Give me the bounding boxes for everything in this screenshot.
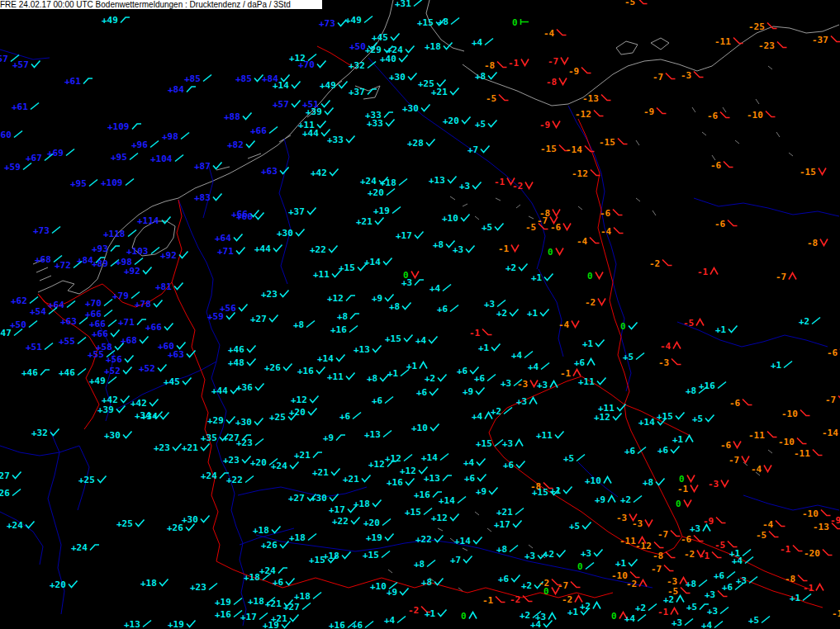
tendency-rise-icon	[306, 319, 316, 329]
tendency-rise-icon	[698, 579, 709, 588]
station-report: +18	[244, 573, 273, 583]
tendency-riseflat-icon	[278, 565, 288, 575]
tendency-check-icon	[437, 373, 448, 382]
tendency-check-icon	[341, 551, 352, 560]
pressure-tendency-value: +19	[373, 206, 390, 216]
pressure-tendency-value: +49	[102, 16, 118, 26]
pressure-tendency-value: +49	[345, 16, 362, 26]
tendency-check-icon	[475, 386, 486, 395]
pressure-tendency-value: -2	[684, 550, 695, 560]
tendency-check-icon	[68, 579, 78, 589]
station-report: +13	[429, 176, 458, 186]
pressure-tendency-value: +66	[250, 126, 267, 136]
station-report: +6	[624, 447, 648, 456]
tendency-check-icon	[279, 166, 290, 175]
tendency-check-icon	[414, 230, 425, 239]
station-report: -6	[710, 161, 733, 171]
station-report: +12	[594, 413, 623, 423]
station-report: -8	[546, 78, 569, 87]
pressure-tendency-value: -1	[780, 545, 790, 555]
tendency-caret-icon	[638, 579, 649, 588]
pressure-tendency-value: +5	[475, 120, 486, 130]
tendency-check-icon	[281, 620, 292, 629]
tendency-rise-icon	[66, 300, 77, 309]
station-report: +93	[92, 244, 121, 254]
pressure-tendency-value: +17	[240, 612, 257, 622]
station-report: +4	[530, 620, 553, 629]
station-report: +34	[141, 412, 170, 422]
pressure-tendency-value: +1	[527, 309, 538, 319]
station-report: 0	[461, 612, 479, 622]
pressure-tendency-value: +33	[327, 135, 344, 145]
station-report: +3	[502, 439, 525, 449]
station-report: +22	[415, 535, 444, 545]
station-report: -6	[550, 223, 573, 233]
tendency-vee-icon	[524, 181, 535, 190]
station-report: +10	[585, 476, 614, 486]
pressure-tendency-value: 0	[620, 322, 626, 332]
station-report: +46	[59, 368, 88, 378]
pressure-tendency-value: +30	[277, 229, 293, 239]
tendency-check-icon	[403, 333, 414, 343]
tendency-check-icon	[316, 366, 326, 375]
tendency-check-icon	[238, 303, 249, 312]
tendency-check-icon	[675, 411, 686, 420]
station-report: +66	[236, 212, 265, 222]
pressure-tendency-value: +96	[131, 140, 148, 150]
pressure-tendency-value: +3	[690, 524, 700, 534]
tendency-check-icon	[593, 548, 604, 557]
station-report: -4	[660, 342, 683, 352]
tendency-fall-icon	[797, 574, 808, 583]
station-report: +48	[228, 358, 257, 368]
station-report: +49	[89, 376, 118, 386]
tendency-rise-icon	[509, 544, 520, 553]
tendency-check-icon	[139, 335, 149, 344]
tendency-rise-icon	[540, 362, 551, 371]
tendency-check-icon	[372, 499, 382, 508]
tendency-rise-icon	[386, 187, 396, 196]
tendency-check-icon	[655, 477, 666, 486]
tendency-rise-icon	[714, 620, 724, 629]
station-report: -25	[748, 22, 777, 32]
pressure-tendency-value: +68	[35, 255, 51, 265]
pressure-tendency-value: -1	[494, 177, 505, 187]
station-report: +3	[537, 381, 560, 390]
station-report: +85	[235, 74, 264, 84]
pressure-tendency-value: +16	[414, 490, 430, 500]
tendency-check-icon	[254, 211, 265, 220]
station-report: +37	[349, 87, 377, 97]
tendency-check-icon	[225, 311, 236, 320]
station-report: +1	[425, 609, 448, 619]
pressure-tendency-value: -7	[558, 581, 568, 591]
title-bar: FRE 24.02.17 00:00 UTC Bodenwettermeldun…	[0, 0, 322, 9]
pressure-tendency-value: -4	[751, 465, 762, 475]
pressure-tendency-value: +87	[194, 162, 211, 172]
pressure-tendency-value: +29	[207, 416, 224, 426]
pressure-tendency-value: +3	[401, 278, 412, 288]
tendency-vee-icon	[644, 518, 655, 527]
tendency-fall-icon	[670, 529, 681, 538]
station-report: +32	[349, 61, 377, 71]
pressure-tendency-value: +15	[417, 18, 434, 28]
station-report: +3	[707, 607, 730, 617]
pressure-tendency-value: +22	[332, 517, 349, 527]
pressure-tendency-value: +39	[306, 107, 322, 117]
station-report: +18	[323, 551, 352, 561]
pressure-tendency-value: +50	[349, 42, 366, 52]
tendency-rise-icon	[28, 319, 39, 329]
tendency-rise-icon	[202, 73, 213, 83]
pressure-tendency-value: +2	[620, 495, 631, 505]
pressure-tendency-value: +18	[244, 573, 260, 583]
station-report: +3	[690, 524, 713, 534]
pressure-tendency-value: +27	[288, 494, 305, 504]
station-report: +22	[310, 245, 339, 255]
pressure-tendency-value: +93	[92, 244, 108, 254]
pressure-tendency-value: +51	[26, 343, 42, 352]
pressure-tendency-value: +81	[155, 282, 172, 292]
tendency-check-icon	[186, 619, 197, 628]
station-report: +3	[401, 278, 425, 288]
tendency-rise-icon	[150, 246, 161, 255]
station-report: +18	[425, 42, 453, 52]
tendency-fall-icon	[768, 530, 779, 539]
tendency-rise-icon	[44, 153, 55, 162]
